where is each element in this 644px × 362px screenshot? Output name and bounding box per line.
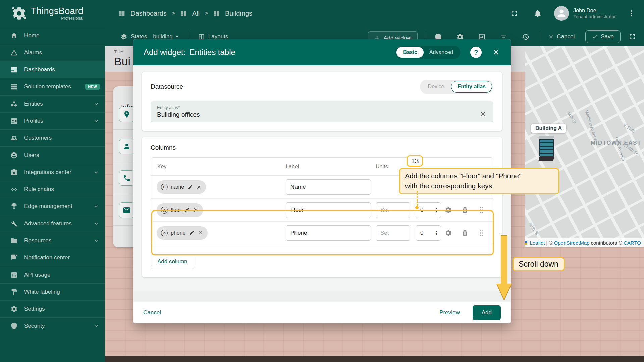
photo-dark-band (105, 356, 644, 362)
mail-button[interactable] (119, 202, 135, 218)
sidebar-item-entities[interactable]: Entities (0, 95, 105, 112)
stepper-arrows-icon[interactable]: ▲▼ (435, 230, 438, 235)
more-vert-icon[interactable] (627, 9, 635, 17)
sidebar-item-solution-templates[interactable]: Solution templates NEW (0, 78, 105, 95)
preview-button[interactable]: Preview (439, 309, 460, 316)
decimals-stepper[interactable]: 0 ▲▼ (416, 202, 441, 218)
key-chip[interactable]: A floor (157, 203, 203, 217)
building-marker-icon[interactable] (539, 136, 554, 162)
add-column-button[interactable]: Add column (151, 254, 194, 269)
fullscreen-icon[interactable] (510, 9, 519, 18)
sidebar-item-settings[interactable]: Settings (0, 300, 105, 317)
sidebar-item-resources[interactable]: Resources (0, 232, 105, 249)
close-icon[interactable] (492, 48, 500, 57)
units-input[interactable] (376, 225, 410, 241)
leaflet-link[interactable]: Leaflet (530, 240, 545, 246)
dashboards-icon (10, 66, 18, 73)
drag-handle-icon[interactable] (478, 229, 485, 237)
edit-pencil-icon[interactable] (189, 230, 195, 236)
key-chip[interactable]: A phone (157, 226, 208, 240)
add-button[interactable]: Add (473, 305, 501, 320)
brand-name: ThingsBoard (31, 6, 83, 16)
street-label: Madison Avenue (584, 110, 599, 142)
units-input[interactable] (376, 202, 410, 218)
basic-mode-button[interactable]: Basic (396, 47, 424, 58)
sidebar-item-security[interactable]: Security (0, 317, 105, 335)
column-settings-gear-icon[interactable] (445, 206, 452, 214)
sidebar-item-edge-management[interactable]: Edge management (0, 198, 105, 215)
dialog-footer: Cancel Preview Add (133, 302, 511, 323)
alarm-icon (10, 49, 18, 56)
sidebar-item-advanced-features[interactable]: Advanced features (0, 215, 105, 232)
breadcrumb-all[interactable]: All (192, 10, 200, 17)
column-row-phone: A phone 0 ▲▼ (151, 221, 493, 244)
datasource-type-toggle: Device Entity alias (420, 80, 493, 94)
notifications-bell-icon[interactable] (533, 9, 542, 18)
caret-down-icon (174, 34, 180, 40)
fullscreen-icon[interactable] (628, 32, 637, 41)
notification-icon (10, 254, 18, 261)
stepper-arrows-icon[interactable]: ▲▼ (435, 207, 438, 213)
delete-column-trash-icon[interactable] (461, 229, 469, 237)
key-chip[interactable]: E name (157, 180, 206, 194)
entity-alias-toggle-button[interactable]: Entity alias (451, 81, 492, 93)
edit-pencil-icon[interactable] (184, 207, 190, 213)
key-name: floor (171, 207, 181, 213)
map-widget[interactable]: 34th St Madison Avenue E 55th E 54th St … (525, 46, 644, 247)
clear-icon[interactable] (479, 110, 487, 117)
tutorial-tooltip: Add the columns "Floor" and "Phone" with… (399, 168, 559, 194)
drag-handle-icon[interactable] (478, 206, 485, 214)
sidebar-item-notification-center[interactable]: Notification center (0, 249, 105, 266)
person-button[interactable] (119, 139, 135, 154)
street-label: 34th St (566, 110, 578, 124)
chevron-down-icon (93, 323, 100, 329)
sidebar-item-alarms[interactable]: Alarms (0, 44, 105, 61)
map-attribution: Leaflet | © OpenStreetMap contributors ©… (525, 238, 644, 247)
api-usage-icon (10, 271, 18, 279)
sidebar-item-profiles[interactable]: Profiles (0, 112, 105, 129)
breadcrumb-buildings[interactable]: Buildings (225, 10, 252, 17)
phone-button[interactable] (119, 170, 135, 186)
cancel-button[interactable]: Cancel (143, 309, 161, 316)
brand-subtitle: Professional (31, 16, 83, 21)
scroll-down-label: Scroll down (513, 257, 565, 272)
advanced-mode-button[interactable]: Advanced (424, 47, 459, 58)
version-history-icon[interactable] (522, 33, 529, 41)
states-layers-icon (120, 33, 127, 40)
save-button[interactable]: Save (585, 30, 621, 43)
osm-link[interactable]: OpenStreetMap (554, 240, 590, 246)
edit-pencil-icon[interactable] (187, 184, 193, 190)
location-button[interactable] (119, 107, 135, 122)
sidebar-item-white-labeling[interactable]: White labeling (0, 283, 105, 300)
users-icon (10, 152, 18, 159)
key-type-icon: A (161, 230, 168, 236)
sidebar-item-dashboards[interactable]: Dashboards (0, 61, 105, 78)
sidebar-nav: Home Alarms Dashboards Solution template… (0, 27, 105, 335)
remove-key-icon[interactable] (196, 184, 202, 190)
sidebar-item-users[interactable]: Users (0, 146, 105, 164)
integrations-icon (10, 169, 18, 176)
delete-column-trash-icon[interactable] (461, 206, 469, 214)
sidebar-item-customers[interactable]: Customers (0, 129, 105, 146)
help-icon[interactable]: ? (470, 47, 482, 58)
sidebar-item-rule-chains[interactable]: Rule chains (0, 181, 105, 198)
carto-link[interactable]: CARTO (624, 240, 641, 246)
columns-heading: Columns (151, 144, 176, 151)
sidebar-item-api-usage[interactable]: API usage (0, 266, 105, 283)
avatar[interactable] (554, 6, 569, 21)
sidebar-item-integrations-center[interactable]: Integrations center (0, 164, 105, 181)
breadcrumb-dashboards[interactable]: Dashboards (130, 10, 167, 17)
label-input[interactable] (286, 225, 371, 241)
device-toggle-button[interactable]: Device (421, 81, 451, 93)
decimals-stepper[interactable]: 0 ▲▼ (416, 225, 441, 241)
remove-key-icon[interactable] (193, 207, 199, 213)
key-name: name (171, 184, 184, 190)
label-input[interactable] (286, 202, 371, 218)
entity-alias-field[interactable]: Entity alias* Building offices (151, 101, 493, 122)
dialog-header: Add widget: Entities table Basic Advance… (133, 39, 511, 65)
label-input[interactable] (286, 179, 371, 195)
column-settings-gear-icon[interactable] (445, 229, 452, 237)
sidebar-item-home[interactable]: Home (0, 27, 105, 44)
remove-key-icon[interactable] (198, 230, 203, 236)
cancel-edit-button[interactable]: Cancel (548, 33, 575, 40)
